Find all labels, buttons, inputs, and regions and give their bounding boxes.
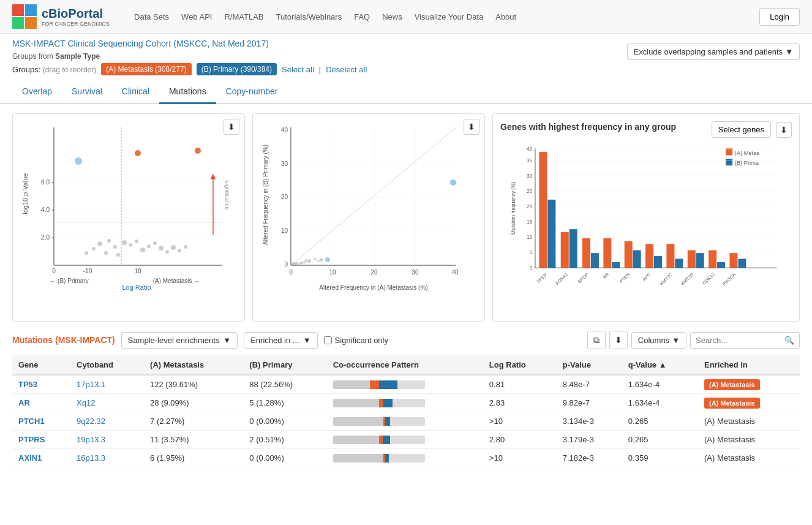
nav-rmatlab[interactable]: R/MATLAB	[224, 9, 263, 25]
copy-button[interactable]: ⧉	[587, 331, 606, 349]
svg-rect-83	[726, 159, 732, 165]
table-actions: ⧉ ⬇ Columns ▼ 🔍	[587, 331, 800, 349]
exclude-dropdown[interactable]: Exclude overlapping samples and patients…	[627, 43, 800, 60]
volcano-download-button[interactable]: ⬇	[224, 119, 239, 135]
svg-text:20: 20	[527, 203, 533, 210]
svg-rect-106	[547, 200, 555, 268]
cell-gene[interactable]: AR	[12, 394, 70, 412]
cell-gene[interactable]: TP53	[12, 375, 70, 394]
svg-text:20: 20	[281, 194, 288, 200]
nav-datasets[interactable]: Data Sets	[134, 9, 169, 25]
nav-about[interactable]: About	[495, 9, 516, 25]
cell-cytoband[interactable]: 9q22.32	[70, 412, 144, 431]
svg-rect-123	[666, 244, 674, 268]
cell-enriched: (A) Metastasis	[698, 431, 800, 449]
study-info: MSK-IMPACT Clinical Sequencing Cohort (M…	[12, 39, 367, 78]
svg-rect-108	[561, 232, 569, 268]
svg-text:0: 0	[530, 265, 533, 271]
col-gene[interactable]: Gene	[12, 355, 70, 375]
col-primary[interactable]: (B) Primary	[243, 355, 326, 375]
svg-point-46	[195, 148, 201, 154]
cell-cytoband[interactable]: 16p13.3	[70, 449, 144, 467]
bar-download-button[interactable]: ⬇	[776, 122, 792, 138]
svg-point-40	[178, 249, 181, 252]
cell-cooc	[327, 412, 483, 431]
tab-copy-number[interactable]: Copy-number	[216, 80, 288, 104]
svg-rect-114	[603, 238, 611, 268]
nav-webapi[interactable]: Web API	[181, 9, 212, 25]
svg-rect-81	[726, 148, 732, 155]
select-genes-button[interactable]: Select genes	[712, 121, 771, 138]
groups-row: Groups: (drag to reorder) (A) Metastasis…	[12, 63, 367, 75]
svg-rect-132	[730, 253, 738, 268]
svg-point-73	[320, 258, 323, 262]
cell-gene[interactable]: AXIN1	[12, 449, 70, 467]
svg-text:30: 30	[412, 269, 419, 276]
col-meta[interactable]: (A) Metastasis	[144, 355, 243, 375]
columns-button[interactable]: Columns ▼	[631, 332, 686, 349]
table-row: TP53 17p13.1 122 (39.61%) 88 (22.56%) 0.…	[12, 375, 800, 394]
download-table-button[interactable]: ⬇	[609, 331, 628, 349]
header: cBioPortal FOR CANCER GENOMICS Data Sets…	[0, 0, 812, 34]
bar-chart-title: Genes with highest frequency in any grou…	[500, 122, 676, 132]
tab-clinical[interactable]: Clinical	[112, 80, 159, 104]
svg-text:Mutation frequency (%): Mutation frequency (%)	[510, 181, 516, 234]
col-qvalue[interactable]: q-Value ▲	[622, 355, 698, 375]
cell-logratio: >10	[483, 449, 557, 467]
svg-point-38	[165, 250, 169, 254]
svg-text:10: 10	[329, 269, 336, 276]
svg-text:2.0: 2.0	[41, 234, 50, 241]
cell-enriched: (A) Metastasis	[698, 412, 800, 431]
svg-rect-120	[645, 244, 653, 268]
exclude-container: Exclude overlapping samples and patients…	[627, 43, 800, 60]
cell-qvalue: 0.265	[622, 431, 698, 449]
volcano-chart: ⬇ -log10 p-Value Log Ratio 2.0 4.0 6.0	[12, 113, 245, 322]
cell-enriched: (A) Metastasis	[698, 449, 800, 467]
tab-survival[interactable]: Survival	[62, 80, 112, 104]
cell-cytoband[interactable]: 19p13.3	[70, 431, 144, 449]
col-cooc[interactable]: Co-occurrence Pattern	[327, 355, 483, 375]
group-b-badge[interactable]: (B) Primary (390/384)	[197, 63, 277, 75]
tab-mutations[interactable]: Mutations	[159, 80, 216, 104]
cell-pvalue: 8.48e-7	[557, 375, 622, 394]
select-all-link[interactable]: Select all	[282, 65, 314, 74]
deselect-all-link[interactable]: Deselect all	[326, 65, 367, 74]
nav-visualize[interactable]: Visualize Your Data	[415, 9, 484, 25]
col-pvalue[interactable]: p-Value	[557, 355, 622, 375]
nav-tutorials[interactable]: Tutorials/Webinars	[276, 9, 342, 25]
cell-logratio: 2.83	[483, 394, 557, 412]
nav-news[interactable]: News	[382, 9, 402, 25]
cell-cytoband[interactable]: Xq12	[70, 394, 144, 412]
scatter-download-button[interactable]: ⬇	[464, 119, 479, 135]
svg-point-79	[296, 262, 298, 265]
tab-overlap[interactable]: Overlap	[12, 80, 62, 104]
cell-cytoband[interactable]: 17p13.1	[70, 375, 144, 394]
login-button[interactable]: Login	[759, 8, 800, 26]
table-body: TP53 17p13.1 122 (39.61%) 88 (22.56%) 0.…	[12, 375, 800, 467]
col-cytoband[interactable]: Cytoband	[70, 355, 144, 375]
svg-text:30: 30	[527, 173, 533, 179]
svg-text:Altered Frequency in (A) Metas: Altered Frequency in (A) Metastasis (%)	[319, 284, 427, 291]
cell-gene[interactable]: PTCH1	[12, 412, 70, 431]
cell-primary: 5 (1.28%)	[243, 394, 326, 412]
filter-dropdown[interactable]: Enriched in ... ▼	[244, 332, 317, 349]
cell-meta: 11 (3.57%)	[144, 431, 243, 449]
significant-only-checkbox[interactable]	[324, 336, 332, 344]
col-enriched[interactable]: Enriched in	[698, 355, 800, 375]
svg-text:KMT2D: KMT2D	[680, 271, 694, 286]
col-logratio[interactable]: Log Ratio	[483, 355, 557, 375]
svg-text:15: 15	[527, 219, 533, 225]
search-input[interactable]	[696, 336, 781, 345]
study-title[interactable]: MSK-IMPACT Clinical Sequencing Cohort (M…	[12, 39, 367, 48]
cell-pvalue: 7.182e-3	[557, 449, 622, 467]
svg-rect-115	[612, 262, 620, 268]
svg-point-70	[314, 258, 317, 260]
cell-gene[interactable]: PTPRS	[12, 431, 70, 449]
logo-name: cBioPortal	[42, 7, 110, 21]
svg-point-37	[85, 251, 88, 255]
enrichment-dropdown[interactable]: Sample-level enrichments ▼	[121, 332, 238, 349]
nav-faq[interactable]: FAQ	[354, 9, 370, 25]
group-a-badge[interactable]: (A) Metastasis (308/277)	[101, 63, 191, 75]
svg-point-34	[153, 241, 157, 245]
logo[interactable]: cBioPortal FOR CANCER GENOMICS	[12, 4, 110, 29]
